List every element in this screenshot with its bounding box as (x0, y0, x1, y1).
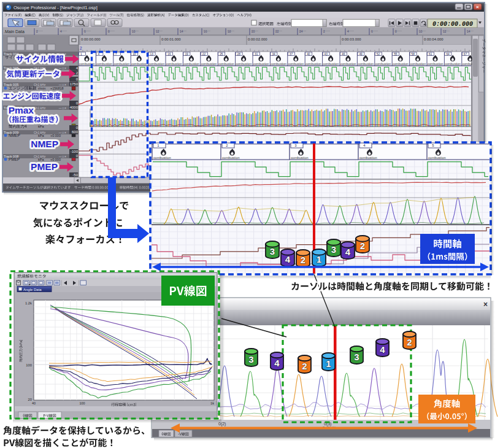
svg-text:0:00:00.000: 0:00:00.000 (432, 21, 473, 28)
svg-text:1750: 1750 (70, 82, 79, 86)
svg-text:combustion: combustion (428, 62, 443, 66)
svg-text:64: 64 (446, 53, 450, 56)
svg-text:0:00:02.000: 0:00:02.000 (248, 37, 267, 41)
svg-text:— □ ×: — □ × (59, 83, 67, 87)
svg-text:20: 20 (252, 30, 255, 33)
svg-text:combustion: combustion (428, 156, 446, 160)
svg-text:combustion: combustion (410, 62, 426, 66)
svg-text:— □ ×: — □ × (59, 67, 67, 70)
svg-text:10: 10 (419, 30, 423, 33)
svg-text:3: 3 (354, 352, 359, 362)
svg-text:28: 28 (237, 53, 241, 56)
svg-text:+0.000: +0.000 (50, 134, 61, 137)
svg-text:NMEP: NMEP (31, 139, 58, 149)
svg-text:+156818: +156818 (50, 87, 64, 90)
svg-text:2: 2 (301, 255, 305, 265)
svg-text:combustion: combustion (253, 62, 269, 66)
svg-text:2: 2 (407, 337, 412, 347)
svg-text:49: 49 (359, 53, 363, 56)
svg-text:4: 4 (347, 30, 349, 33)
svg-text:combustion: combustion (222, 156, 240, 160)
svg-text:1: 1 (80, 53, 82, 56)
svg-text:22: 22 (275, 30, 279, 33)
svg-text:14: 14 (467, 30, 470, 33)
svg-text:8: 8 (395, 30, 397, 33)
svg-text:2: 2 (36, 30, 38, 33)
svg-text:10: 10 (132, 30, 136, 33)
svg-text:combustion: combustion (201, 62, 217, 66)
svg-text:Ch1 kHz: Ch1 kHz (34, 83, 46, 87)
svg-text:r/min: r/min (38, 87, 45, 90)
svg-text:100: 100 (26, 363, 32, 367)
svg-text:18: 18 (228, 30, 231, 33)
svg-text:0:00:03.000: 0:00:03.000 (342, 37, 361, 41)
svg-text:4: 4 (285, 254, 291, 265)
svg-text:Oscope Professional - [NewProj: Oscope Professional - [NewProject1.osp] (13, 5, 98, 10)
svg-text:-100: -100 (71, 150, 79, 153)
svg-text:2: 2 (302, 361, 307, 371)
svg-text:19: 19 (185, 53, 188, 56)
svg-text:25: 25 (220, 53, 223, 56)
svg-text:4: 4 (98, 53, 99, 56)
svg-text:combustion: combustion (305, 62, 321, 66)
svg-text:6: 6 (84, 30, 86, 33)
svg-text:Ch1 kHz: Ch1 kHz (34, 106, 46, 110)
svg-text:4: 4 (60, 30, 62, 33)
svg-text:combustion: combustion (236, 62, 252, 66)
svg-text:40: 40 (32, 401, 36, 405)
svg-text:combustion: combustion (288, 62, 304, 66)
svg-text:kPa: kPa (38, 125, 44, 128)
svg-text:67: 67 (464, 53, 467, 56)
svg-text:combustion: combustion (271, 62, 286, 66)
svg-text:combustion: combustion (131, 62, 147, 66)
svg-text:combustion: combustion (445, 62, 461, 66)
svg-text:×: × (483, 300, 488, 309)
svg-text:31: 31 (255, 53, 258, 56)
svg-text:22: 22 (202, 53, 206, 56)
svg-text:Pmax: Pmax (9, 105, 34, 115)
svg-text:— □ ×: — □ × (59, 107, 67, 110)
svg-text:×: × (476, 4, 479, 10)
svg-text:14: 14 (180, 30, 183, 33)
svg-text:52: 52 (377, 53, 380, 56)
svg-text:37: 37 (290, 53, 293, 56)
svg-text:16: 16 (167, 53, 171, 56)
svg-text:40: 40 (307, 53, 310, 56)
svg-text:58: 58 (412, 53, 415, 56)
svg-text:12: 12 (156, 30, 159, 33)
svg-text:combustion: combustion (358, 62, 374, 66)
svg-text:61: 61 (429, 53, 432, 56)
svg-text:43: 43 (324, 53, 328, 56)
svg-text:.Main Data: .Main Data (4, 29, 25, 34)
svg-text:1: 1 (326, 358, 331, 369)
svg-text:16: 16 (204, 30, 207, 33)
svg-text:combustion: combustion (166, 62, 182, 66)
svg-text:2: 2 (323, 30, 325, 33)
svg-text:combustion: combustion (114, 62, 130, 66)
svg-text:combustion: combustion (183, 62, 199, 66)
svg-text:combustion: combustion (323, 62, 339, 66)
svg-text:8: 8 (108, 30, 110, 33)
svg-text:4: 4 (345, 247, 351, 257)
svg-text:2: 2 (80, 46, 82, 50)
svg-text:1: 1 (317, 254, 321, 265)
svg-text:13: 13 (150, 53, 154, 56)
svg-text:100: 100 (79, 401, 85, 405)
svg-text:1.2k: 1.2k (25, 301, 32, 305)
svg-text:3: 3 (270, 246, 275, 257)
svg-text:combustion: combustion (359, 156, 377, 160)
svg-text:24: 24 (299, 30, 303, 33)
svg-text:3: 3 (248, 354, 253, 365)
svg-text:600: 600 (72, 130, 79, 134)
svg-text:PMEP: PMEP (9, 157, 20, 161)
svg-text:PMEP: PMEP (31, 161, 58, 172)
svg-text:combustion: combustion (96, 62, 112, 66)
svg-text:34: 34 (272, 53, 275, 56)
svg-text:combustion: combustion (291, 156, 309, 160)
svg-text:combustion: combustion (340, 62, 356, 66)
svg-text:3: 3 (331, 244, 336, 255)
svg-text:kPa: kPa (38, 134, 44, 137)
svg-text:0:00:00.000: 0:00:00.000 (81, 37, 101, 41)
svg-text:12: 12 (443, 30, 447, 33)
svg-text:0:00:01.000: 0:00:01.000 (161, 37, 181, 41)
